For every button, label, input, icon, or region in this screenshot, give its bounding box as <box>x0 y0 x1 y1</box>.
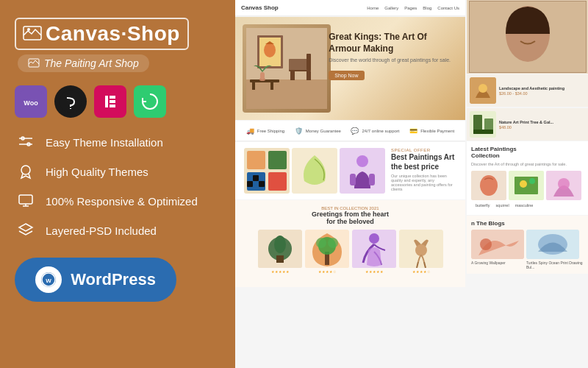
feat-payment: 💳 Flexible Payment <box>409 127 454 135</box>
plugin-icons: Woo <box>15 85 220 118</box>
woo-icon: Woo <box>20 91 42 113</box>
col-card-4: ★★★★☆ <box>399 230 443 281</box>
logo-box: Canvas·Shop <box>15 18 189 50</box>
nav-link-home: Home <box>367 6 379 10</box>
feature-item-psd: Layered-PSD Included <box>15 219 220 241</box>
blog-title-2: Turtles Spiny Ocean Print Drawing Bul... <box>526 261 584 269</box>
col-card-2: ★★★★☆ <box>305 230 349 281</box>
svg-rect-75 <box>473 130 493 134</box>
nav-link-contact: Contact Us <box>437 6 459 10</box>
svg-rect-17 <box>19 195 32 204</box>
hero-content: Great Kings: The Art OfArmour Making Dis… <box>329 32 451 80</box>
svg-point-16 <box>21 166 30 174</box>
cat-butterfly: butterfly <box>476 203 490 208</box>
svg-point-71 <box>478 84 487 93</box>
blog-img-2 <box>526 230 579 259</box>
art-shop-icon <box>28 57 40 69</box>
blog-title-1: A Growing Wallpaper <box>471 261 524 265</box>
svg-point-85 <box>480 238 492 250</box>
sidebar-art-card-2: Nature Art Print Tree & Gal... $48.00 <box>467 108 588 141</box>
col-stars-1: ★★★★★ <box>271 269 289 274</box>
svg-point-1 <box>27 28 30 31</box>
logo-subtitle-text: The Paiting Art Shop <box>44 57 139 69</box>
svg-point-62 <box>369 233 379 244</box>
art-title-2: Nature Art Print Tree & Gal... <box>499 120 585 124</box>
svg-rect-7 <box>105 96 108 107</box>
hero-room-illustration <box>246 28 327 109</box>
blog-cards: A Growing Wallpaper Turtles Spiny Ocean … <box>471 230 584 269</box>
hero-section: Great Kings: The Art OfArmour Making Dis… <box>235 17 465 120</box>
svg-point-64 <box>415 244 427 256</box>
cat-squirrel: squirrel <box>496 203 509 208</box>
collection-section: BEST IN COLLECTION 2021 Greetings from t… <box>235 200 465 287</box>
art-info-1: Landscape and Aesthetic painting $26.00 … <box>499 86 585 96</box>
award-icon <box>15 160 37 183</box>
svg-point-54 <box>274 236 286 253</box>
collection-title: Greetings from the heartfor the beloved <box>241 210 459 225</box>
svg-rect-8 <box>110 96 115 99</box>
art-thumb-1 <box>470 77 496 104</box>
feat-guarantee: 🛡️ Money Guarantee <box>295 127 341 135</box>
feat-support: 💬 24/7 online support <box>351 127 399 135</box>
blogs-section: n The Blogs A Growing Wallpaper <box>467 216 588 274</box>
canvas-logo-icon <box>22 24 43 44</box>
svg-point-81 <box>529 178 535 184</box>
shipping-icon: 🚚 <box>246 127 254 135</box>
offer-art-2 <box>292 148 337 194</box>
col-card-1: ★★★★★ <box>258 230 302 281</box>
hero-subtitle: Discover the world through of great pain… <box>329 57 451 63</box>
hero-cta-button[interactable]: Shop Now <box>329 71 364 80</box>
updraftplus-badge <box>134 85 166 118</box>
wordpress-button[interactable]: W WordPress <box>15 258 176 302</box>
blogs-title: n The Blogs <box>471 220 584 227</box>
latest-section: Latest PaintingsCollection Discover the … <box>467 141 588 215</box>
offer-art-1 <box>244 148 290 194</box>
support-icon: 💬 <box>351 127 359 135</box>
hero-title: Great Kings: The Art OfArmour Making <box>329 32 451 54</box>
feature-item-installation: Easy Theme Installation <box>15 131 220 153</box>
svg-rect-43 <box>268 172 287 191</box>
nav-link-blog: Blog <box>423 6 431 10</box>
art-title-1: Landscape and Aesthetic painting <box>499 86 585 91</box>
svg-rect-44 <box>247 181 253 187</box>
feature-responsive-label: 100% Responsive & Optimized <box>46 195 198 208</box>
feat-support-label: 24/7 online support <box>362 129 399 133</box>
feat-shipping-label: Free Shipping <box>257 129 284 133</box>
offer-art-3 <box>340 148 385 194</box>
feat-guarantee-label: Money Guarantee <box>306 129 341 133</box>
offer-section: SPECIAL OFFER Best Paintings Artthe best… <box>235 142 465 199</box>
sidebar-art-cards: Landscape and Aesthetic painting $26.00 … <box>467 74 588 141</box>
svg-rect-33 <box>306 54 311 70</box>
col-stars-4: ★★★★☆ <box>412 269 430 274</box>
feature-psd-label: Layered-PSD Included <box>46 224 157 237</box>
nav-link-pages: Pages <box>404 6 417 10</box>
layers-icon <box>15 219 37 241</box>
latest-art-2 <box>509 171 544 200</box>
features-list: Easy Theme Installation High Quality The… <box>15 131 220 241</box>
svg-rect-9 <box>110 100 115 103</box>
col-stars-3: ★★★★★ <box>365 269 383 274</box>
svg-point-59 <box>316 238 326 248</box>
latest-art-1 <box>471 171 506 200</box>
elementor-badge <box>94 85 126 118</box>
svg-text:W: W <box>46 277 51 284</box>
svg-rect-31 <box>306 71 311 80</box>
latest-title: Latest PaintingsCollection <box>471 146 584 159</box>
col-art-2 <box>305 230 349 268</box>
svg-rect-50 <box>350 174 356 185</box>
nav-links: Home Gallery Pages Blog Contact Us <box>367 6 459 10</box>
svg-rect-35 <box>252 82 255 90</box>
nav-link-gallery: Gallery <box>384 6 398 10</box>
svg-point-49 <box>356 155 368 167</box>
monitor-icon <box>15 190 37 212</box>
feature-item-quality: High Quality Themes <box>15 160 220 183</box>
svg-rect-10 <box>110 105 115 107</box>
sliders-icon <box>15 131 37 153</box>
sidebar-face-painting <box>469 1 587 73</box>
sidebar-art-card-1: Landscape and Aesthetic painting $26.00 … <box>467 74 588 107</box>
logo-area: Canvas·Shop The Paiting Art Shop <box>15 18 220 72</box>
preview-main: Canvas Shop Home Gallery Pages Blog Cont… <box>235 0 465 368</box>
col-art-3 <box>352 230 396 268</box>
feature-item-responsive: 100% Responsive & Optimized <box>15 190 220 212</box>
svg-point-83 <box>558 178 570 190</box>
